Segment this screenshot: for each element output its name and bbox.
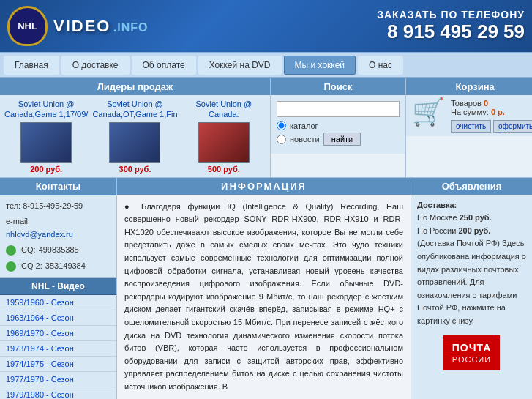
product-2-name: Soviet Union @ Canada,OT,Game 1,Fin [92, 99, 177, 120]
nhl-list-item-1[interactable]: 1963/1964 - Сезон [0, 310, 116, 326]
product-3-img [198, 122, 250, 163]
nhl-list-item-0[interactable]: 1959/1960 - Сезон [0, 295, 116, 310]
product-3[interactable]: Soviet Union @ Canada. 500 руб. [181, 99, 266, 174]
nav-payment[interactable]: Об оплате [132, 56, 196, 75]
product-2-img-inner [110, 123, 160, 162]
top-row: Лидеры продаж Soviet Union @ Canada,Game… [0, 78, 532, 178]
cart-clear-button[interactable]: очистить [451, 120, 491, 133]
contacts-column: Контакты тел: 8-915-495-29-59 e-mail: nh… [0, 178, 117, 399]
search-radio-catalog-label: каталог [290, 122, 318, 130]
header-right: ЗАКАЗАТЬ ПО ТЕЛЕФОНУ 8 915 495 29 59 [377, 9, 525, 43]
contacts-email-row: e-mail: [6, 215, 110, 228]
nhl-list-item-3[interactable]: 1973/1974 - Сезон [0, 341, 116, 357]
announcements-section: Объявления Доставка: По Москве 250 руб. … [411, 178, 532, 399]
nhl-list-item-4[interactable]: 1974/1975 - Сезон [0, 357, 116, 372]
contacts-icq2-label: ICQ 2: [19, 260, 42, 273]
ann-delivery-label: Доставка: [417, 199, 526, 212]
product-2[interactable]: Soviet Union @ Canada,OT,Game 1,Fin 300 … [92, 99, 177, 174]
cart-sum-label: На сумму: [451, 108, 489, 116]
product-3-price: 500 руб. [181, 165, 266, 174]
product-1-name: Soviet Union @ Canada,Game 1,17/09/ [4, 99, 89, 120]
cart-title: Корзина [406, 78, 532, 95]
product-1-img [20, 122, 72, 163]
product-1-price: 200 руб. [4, 165, 89, 174]
phone-number: 8 915 495 29 59 [377, 20, 525, 43]
header: NHL VIDEO .INFO ЗАКАЗАТЬ ПО ТЕЛЕФОНУ 8 9… [0, 0, 532, 52]
search-input[interactable] [277, 101, 400, 117]
cart-sum-row: На сумму: 0 р. [451, 108, 532, 116]
nhl-list-item-5[interactable]: 1977/1978 - Сезон [0, 372, 116, 387]
search-section: Поиск каталог новости найти [271, 78, 406, 177]
leaders-title: Лидеры продаж [0, 78, 270, 95]
nav-delivery[interactable]: О доставке [61, 56, 130, 75]
ann-title: Объявления [411, 178, 532, 195]
search-body: каталог новости найти [271, 95, 405, 154]
nhl-logo: NHL [7, 6, 48, 46]
product-3-img-inner [199, 123, 249, 162]
site-name-block: VIDEO .INFO [53, 17, 148, 36]
cart-icon: 🛒 [412, 99, 445, 125]
nav-hockey-dvd[interactable]: Хоккей на DVD [198, 56, 282, 75]
pochta-line1: ПОЧТА [452, 341, 492, 354]
search-radio-news-row: новости найти [277, 133, 400, 146]
contacts-phone: тел: 8-915-495-29-59 [6, 200, 110, 213]
nhl-list-title: NHL - Видео [0, 278, 116, 295]
contacts-icq2: 353149384 [45, 260, 86, 273]
ann-moscow: По Москве 250 руб. [417, 212, 526, 225]
leaders-products: Soviet Union @ Canada,Game 1,17/09/ 200 … [0, 95, 270, 177]
bottom-row: Контакты тел: 8-915-495-29-59 e-mail: nh… [0, 178, 532, 399]
pochta-logo[interactable]: ПОЧТА РОССИИ [417, 335, 526, 370]
cart-info: Товаров 0 На сумму: 0 р. очистить оформи… [451, 99, 532, 133]
info-bullet: ● [124, 202, 141, 211]
product-1[interactable]: Soviet Union @ Canada,Game 1,17/09/ 200 … [4, 99, 89, 174]
main-content: Лидеры продаж Soviet Union @ Canada,Game… [0, 78, 532, 399]
product-3-name: Soviet Union @ Canada. [181, 99, 266, 120]
nav-us-hockey[interactable]: Мы и хоккей [284, 56, 356, 75]
search-radio-news-label: новости [290, 135, 320, 143]
cart-order-button[interactable]: оформить [493, 120, 532, 133]
cart-items-count: 0 [484, 99, 488, 108]
cart-section: Корзина 🛒 Товаров 0 На сумму: 0 р. очист… [406, 78, 532, 177]
site-subtitle: .INFO [113, 21, 149, 34]
icq-icon-2 [6, 261, 16, 272]
header-left: NHL VIDEO .INFO [7, 6, 148, 46]
contacts-title: Контакты [0, 178, 116, 195]
ann-post: (Доставка Почтой РФ) Здесь опубликована … [417, 237, 526, 327]
pochta-box: ПОЧТА РОССИИ [443, 335, 501, 370]
search-title: Поиск [271, 78, 405, 95]
product-2-img [109, 122, 160, 163]
contacts-email-label: e-mail: [6, 217, 30, 225]
info-title: ИНФОРМАЦИЯ [117, 178, 411, 195]
contacts-icq1: 499835385 [39, 244, 79, 257]
cart-actions: очистить оформить [451, 120, 532, 133]
product-2-price: 300 руб. [92, 165, 177, 174]
cart-items-row: Товаров 0 [451, 99, 532, 108]
contacts-body: тел: 8-915-495-29-59 e-mail: nhldvd@yand… [0, 195, 116, 277]
search-radio-news[interactable] [277, 135, 286, 144]
search-radio-catalog-row: каталог [277, 121, 400, 130]
nhl-list-item-6[interactable]: 1979/1980 - Сезон [0, 387, 116, 399]
site-name: VIDEO [53, 17, 110, 35]
info-text: Благодаря функции IQ (Intelligence & Qua… [124, 202, 403, 391]
nhl-list: NHL - Видео 1959/1960 - Сезон 1963/1964 … [0, 277, 116, 399]
cart-sum-value: 0 р. [491, 108, 505, 116]
ann-body: Доставка: По Москве 250 руб. По России 2… [411, 195, 532, 375]
nav-about[interactable]: О нас [358, 56, 403, 75]
search-radio-catalog[interactable] [277, 121, 286, 130]
ann-russia: По России 200 руб. [417, 225, 526, 238]
search-button[interactable]: найти [323, 133, 361, 146]
contacts-icq2-row: ICQ 2: 353149384 [6, 260, 110, 273]
contacts-icq1-label: ICQ: [19, 244, 36, 257]
contacts-icq1-row: ICQ: 499835385 [6, 244, 110, 257]
contacts-email[interactable]: nhldvd@yandex.ru [6, 228, 110, 242]
navigation: Главная О доставке Об оплате Хоккей на D… [0, 52, 532, 78]
nav-home[interactable]: Главная [4, 56, 59, 75]
cart-items-label: Товаров [451, 99, 482, 108]
product-1-img-inner [21, 123, 71, 162]
pochta-line2: РОССИИ [452, 354, 492, 365]
leaders-section: Лидеры продаж Soviet Union @ Canada,Game… [0, 78, 271, 177]
cart-body: 🛒 Товаров 0 На сумму: 0 р. очистить офор… [406, 95, 532, 136]
info-body: ● Благодаря функции IQ (Intelligence & Q… [117, 195, 411, 399]
info-section: ИНФОРМАЦИЯ ● Благодаря функции IQ (Intel… [117, 178, 411, 399]
nhl-list-item-2[interactable]: 1969/1970 - Сезон [0, 326, 116, 341]
